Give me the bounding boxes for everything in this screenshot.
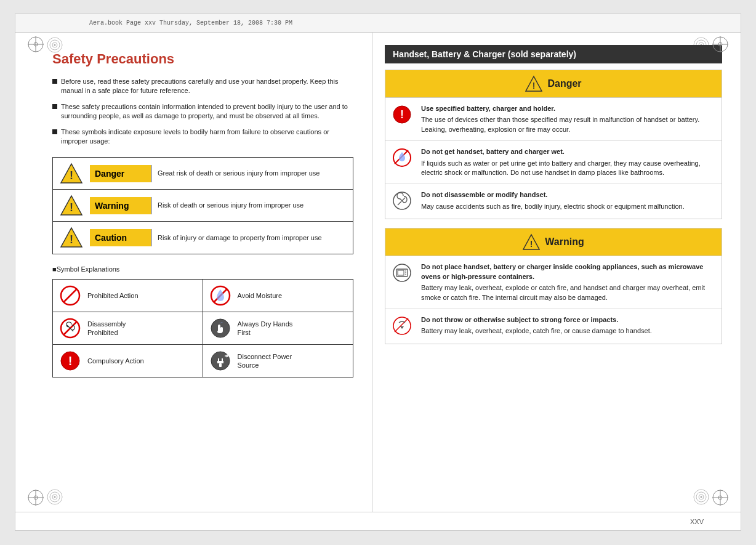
danger-header-title: Danger bbox=[547, 78, 581, 89]
right-column: Handset, Battery & Charger (sold separat… bbox=[372, 33, 741, 512]
caution-triangle-icon: ! bbox=[60, 226, 83, 249]
svg-rect-62 bbox=[398, 270, 404, 275]
warning-header-title: Warning bbox=[545, 236, 584, 248]
bullet-icon-3 bbox=[52, 129, 57, 134]
caution-desc: Risk of injury or damage to property fro… bbox=[151, 230, 328, 246]
compulsory-action-text: Compulsory Action bbox=[87, 357, 144, 365]
svg-line-67 bbox=[395, 318, 408, 332]
danger-item-1-title: Use specified battery, charger and holde… bbox=[421, 104, 715, 113]
symbol-row-1: Prohibited Action Avoid Moisture bbox=[53, 280, 353, 312]
prohibited-action-text: Prohibited Action bbox=[87, 291, 139, 300]
bullet-section: Before use, read these safety precaution… bbox=[52, 77, 353, 146]
warning-desc: Risk of death or serious injury from imp… bbox=[151, 197, 310, 214]
warning-header-icon: ! bbox=[523, 233, 540, 251]
svg-text:!: ! bbox=[530, 239, 533, 249]
warning-item-2-icon bbox=[392, 315, 414, 337]
symbol-row-2: DisassemblyProhibited bbox=[53, 312, 353, 345]
danger-item-1-desc: The use of devices other than those spec… bbox=[421, 116, 699, 132]
disassembly-text: DisassemblyProhibited bbox=[87, 320, 126, 337]
symbol-cell-moisture: Avoid Moisture bbox=[203, 280, 353, 312]
warning-section: ! Warning bbox=[385, 228, 722, 344]
warning-label: Warning bbox=[90, 197, 151, 214]
bullet-text-3: These symbols indicate exposure levels t… bbox=[61, 127, 353, 147]
svg-text:!: ! bbox=[533, 81, 536, 91]
symbol-header: ■Symbol Explanations bbox=[52, 265, 353, 273]
warning-row-warning: ! Warning Risk of death or serious injur… bbox=[53, 190, 353, 222]
bullet-text-1: Before use, read these safety precaution… bbox=[61, 77, 353, 96]
avoid-moisture-icon bbox=[209, 285, 231, 307]
warning-level-table: ! Danger Great risk of death or serious … bbox=[52, 157, 353, 254]
danger-section: ! Danger ! Use specifie bbox=[385, 70, 722, 219]
bullet-item-2: These safety precautions contain informa… bbox=[52, 102, 353, 121]
prohibited-action-icon bbox=[59, 285, 81, 307]
danger-item-1-icon: ! bbox=[392, 104, 414, 126]
warning-item-1-desc: Battery may leak, overheat, explode or c… bbox=[421, 284, 705, 301]
danger-item-2: Do not get handset, battery and charger … bbox=[385, 141, 722, 184]
corner-tr bbox=[711, 35, 730, 56]
caution-icon-cell: ! bbox=[53, 222, 90, 253]
corner-tl bbox=[26, 35, 45, 56]
page-title: Safety Precautions bbox=[52, 51, 353, 67]
warning-item-1: Do not place handset, battery or charger… bbox=[385, 256, 722, 309]
svg-text:!: ! bbox=[68, 354, 73, 368]
warning-item-2-desc: Battery may leak, overheat, explode, cat… bbox=[421, 327, 652, 334]
danger-item-3-title: Do not disassemble or modify handset. bbox=[421, 190, 685, 200]
symbol-cell-disassembly: DisassemblyProhibited bbox=[53, 312, 203, 344]
symbol-cell-prohibited: Prohibited Action bbox=[53, 280, 203, 312]
disassembly-prohibited-icon bbox=[59, 317, 81, 339]
danger-item-2-title: Do not get handset, battery and charger … bbox=[421, 147, 715, 156]
svg-rect-48 bbox=[219, 363, 222, 367]
symbol-row-3: ! Compulsory Action bbox=[53, 345, 353, 377]
warning-header: ! Warning bbox=[385, 228, 722, 256]
warning-item-2-title: Do not throw or otherwise subject to str… bbox=[421, 315, 652, 325]
bullet-icon-1 bbox=[52, 79, 57, 84]
danger-item-3-desc: May cause accidents such as fire, bodily… bbox=[421, 203, 685, 210]
dry-hands-icon bbox=[209, 317, 231, 339]
warning-row-danger: ! Danger Great risk of death or serious … bbox=[53, 158, 353, 190]
danger-item-2-text: Do not get handset, battery and charger … bbox=[421, 147, 715, 177]
header-text: Aera.book Page xxv Thursday, September 1… bbox=[89, 20, 292, 26]
danger-item-1-text: Use specified battery, charger and holde… bbox=[421, 104, 715, 134]
header-bar: Aera.book Page xxv Thursday, September 1… bbox=[15, 14, 741, 33]
bullet-item-3: These symbols indicate exposure levels t… bbox=[52, 127, 353, 147]
danger-items: ! Use specified battery, charger and hol… bbox=[385, 98, 722, 219]
footer-bar: XXV bbox=[15, 512, 741, 530]
svg-text:!: ! bbox=[70, 169, 73, 182]
svg-text:!: ! bbox=[70, 201, 73, 214]
danger-item-2-icon bbox=[392, 147, 414, 169]
symbol-cell-dry-hands: Always Dry HandsFirst bbox=[203, 312, 353, 344]
compulsory-action-icon: ! bbox=[59, 350, 81, 372]
corner-br bbox=[711, 488, 730, 509]
section-header: Handset, Battery & Charger (sold separat… bbox=[385, 45, 722, 63]
warning-item-1-text: Do not place handset, battery or charger… bbox=[421, 262, 715, 302]
bullet-icon-2 bbox=[52, 104, 57, 109]
danger-label: Danger bbox=[90, 165, 151, 182]
warning-icon-cell: ! bbox=[53, 190, 90, 221]
caution-label: Caution bbox=[90, 229, 151, 246]
disconnect-power-text: Disconnect PowerSource bbox=[238, 352, 292, 370]
danger-icon-cell: ! bbox=[53, 158, 90, 189]
danger-item-1: ! Use specified battery, charger and hol… bbox=[385, 98, 722, 141]
danger-item-3-text: Do not disassemble or modify handset. Ma… bbox=[421, 190, 685, 211]
content-area: Safety Precautions Before use, read thes… bbox=[15, 33, 741, 512]
danger-header: ! Danger bbox=[385, 70, 722, 98]
warning-triangle-icon: ! bbox=[60, 194, 83, 217]
warning-item-2-text: Do not throw or otherwise subject to str… bbox=[421, 315, 652, 336]
bullet-item-1: Before use, read these safety precaution… bbox=[52, 77, 353, 96]
avoid-moisture-text: Avoid Moisture bbox=[238, 291, 283, 300]
svg-text:!: ! bbox=[70, 233, 73, 246]
symbol-cell-compulsory: ! Compulsory Action bbox=[53, 345, 203, 377]
danger-triangle-icon: ! bbox=[60, 162, 83, 185]
svg-text:!: ! bbox=[400, 108, 404, 121]
warning-item-2: Do not throw or otherwise subject to str… bbox=[385, 309, 722, 344]
dry-hands-text: Always Dry HandsFirst bbox=[238, 320, 293, 337]
symbol-cell-disconnect: Disconnect PowerSource bbox=[203, 345, 353, 377]
svg-point-66 bbox=[393, 317, 411, 334]
warning-item-1-title: Do not place handset, battery or charger… bbox=[421, 262, 715, 281]
danger-desc: Great risk of death or serious injury fr… bbox=[151, 165, 326, 182]
warning-items: Do not place handset, battery or charger… bbox=[385, 256, 722, 344]
warning-item-1-icon bbox=[392, 262, 414, 285]
left-column: Safety Precautions Before use, read thes… bbox=[15, 33, 372, 512]
disconnect-power-icon bbox=[209, 350, 231, 372]
page-number: XXV bbox=[690, 518, 704, 525]
